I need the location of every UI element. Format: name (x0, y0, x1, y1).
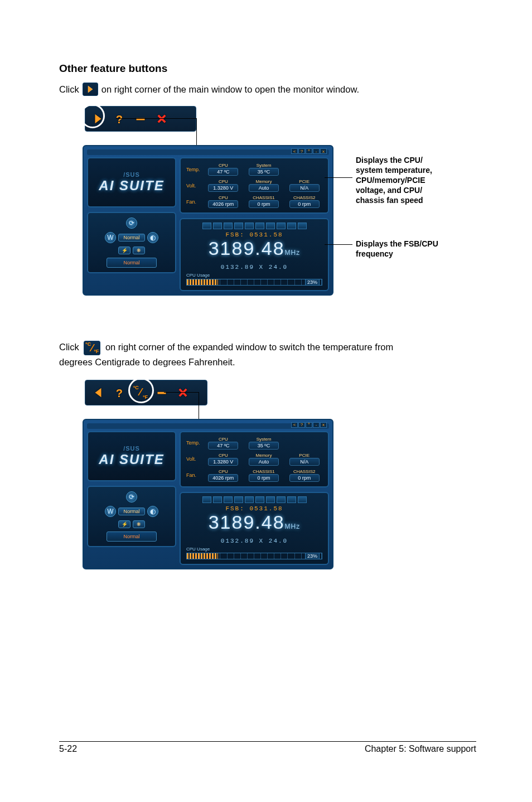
callout-text: voltage, and CPU/ (356, 186, 422, 195)
ai-suite-logo-text: AI SUITE (99, 178, 164, 194)
normal-button[interactable]: Normal (107, 532, 157, 542)
minimize-icon: - (313, 148, 320, 154)
ai-suite-window: < ? º - x /SUS AI SUITE ⟳ (83, 419, 333, 569)
usage-fill (187, 553, 218, 559)
chip-header: CHASSIS1 (253, 195, 275, 200)
row-label-temp: Temp. (186, 440, 201, 446)
logo-panel: /SUS AI SUITE (87, 157, 176, 207)
cpu-temp-value: 47 ºC (208, 168, 238, 176)
svg-marker-0 (88, 86, 93, 93)
mini-taskbar-1: ? (85, 106, 196, 132)
frequency-panel: FSB: 0531.58 3189.48MHz 0132.89 X 24.0 C… (180, 492, 329, 565)
row-label-fan: Fan. (186, 199, 201, 205)
dial-icon: ⟳ (126, 218, 137, 229)
freq-number: 3189.48 (209, 238, 285, 259)
document-page: Other feature buttons Click on right cor… (0, 0, 532, 802)
svg-text:?: ? (116, 113, 123, 124)
chip-header: System (257, 437, 272, 442)
cpu-frequency-value: 3189.48MHz (186, 512, 322, 537)
collapse-arrow-icon (90, 384, 107, 401)
leader-line (116, 118, 196, 119)
svg-text:?: ? (116, 387, 123, 398)
callout-text: Displays the CPU/ (356, 156, 423, 165)
cpu-usage-bar: 23% (186, 553, 322, 559)
leader-line (164, 392, 199, 393)
page-number: 5-22 (59, 744, 77, 754)
pcie-volt-value: N/A (289, 184, 320, 192)
callout-text: CPU/memory/PCIE (356, 176, 425, 185)
multiplier-value: 0132.89 X 24.0 (186, 264, 322, 270)
slash-icon: ⁄ (91, 341, 93, 355)
leader-line (325, 244, 352, 245)
bolt-icon: ⚡ (118, 247, 130, 254)
instr2-mid: on right corner of the expanded window t… (105, 342, 393, 352)
asus-logo-text: /SUS (123, 171, 140, 178)
ai-suite-window: < ? º - x /SUS AI SUITE ⟳ (83, 145, 333, 296)
instruction-2: Click ºC ⁄ ºF on right corner of the exp… (59, 340, 476, 369)
chapter-label: Chapter 5: Software support (365, 744, 476, 754)
mhz-unit: MHz (285, 523, 301, 530)
fahrenheit-glyph: ºF (143, 395, 148, 400)
sensor-panel: Temp. CPU47 ºC System35 ºC Volt. CPU1.32… (180, 431, 329, 487)
control-cluster: ⟳ W Normal ◐ ⚡ ❋ Normal (87, 486, 176, 547)
collapse-icon: < (291, 422, 298, 428)
sensor-panel: Temp. CPU47 ºC System35 ºC Volt. CPU1.32… (180, 157, 329, 214)
normal-button[interactable]: Normal (107, 258, 157, 268)
cpu-usage-label: CPU Usage (186, 273, 322, 278)
callout-text: system temperature, (356, 166, 432, 175)
temp-unit-icon: º (306, 422, 312, 428)
chassis1-fan-value: 0 rpm (249, 474, 279, 482)
help-icon: ? (111, 384, 128, 401)
celsius-glyph: ºC (85, 342, 91, 347)
temp-unit-toggle-icon: ºC ⁄ ºF (84, 341, 100, 355)
mini-taskbar-2: ? ºC ⁄ ºF (85, 380, 207, 405)
fan-icon: ❋ (133, 247, 145, 254)
asus-logo-text: /SUS (123, 445, 140, 452)
chip-header: CPU (219, 453, 228, 458)
mem-volt-value: Auto (249, 184, 279, 192)
dial-icon: ⟳ (126, 491, 137, 503)
logo-panel: /SUS AI SUITE (87, 431, 176, 481)
system-temp-value: 35 ºC (249, 442, 279, 450)
section-heading: Other feature buttons (59, 62, 476, 75)
chip-header: PCIE (299, 179, 309, 184)
help-icon: ? (298, 422, 305, 428)
chip-header: CHASSIS1 (253, 469, 275, 474)
callout-frequency: Displays the FSB/CPU frequency (356, 239, 438, 259)
control-cluster: ⟳ W Normal ◐ ⚡ ❋ Normal (87, 212, 176, 273)
close-icon: x (320, 148, 327, 154)
figure-2: ? ºC ⁄ ºF < ? º - x (79, 380, 476, 586)
fan-icon: ❋ (133, 520, 145, 528)
leader-line (325, 177, 352, 178)
ai-suite-logo-text: AI SUITE (99, 452, 164, 467)
chip-header: CPU (219, 469, 228, 474)
callout-text: chassis fan speed (356, 196, 423, 205)
minimize-icon (132, 110, 149, 127)
callout-sensors: Displays the CPU/ system temperature, CP… (356, 155, 432, 205)
window-mini-controls: < ? º - x (291, 422, 327, 428)
chip-header: CPU (219, 195, 228, 200)
expand-arrow-icon (90, 110, 107, 127)
help-icon: ? (298, 148, 305, 154)
cpu-frequency-value: 3189.48MHz (186, 238, 322, 263)
expand-arrow-icon (83, 83, 98, 96)
row-label-volt: Volt. (186, 183, 201, 189)
decorative-blocks (186, 496, 322, 503)
usage-fill (187, 279, 218, 285)
pcie-volt-value: N/A (289, 458, 320, 466)
usage-percent: 23% (305, 553, 320, 559)
row-label-volt: Volt. (186, 456, 201, 462)
chip-header: CHASSIS2 (293, 469, 316, 474)
celsius-glyph: ºC (133, 385, 139, 390)
figure-1: ? < ? º - x /SUS AI SU (79, 106, 476, 307)
mode-pill: Normal (118, 234, 145, 241)
cpu-temp-value: 47 ºC (208, 442, 238, 450)
svg-marker-1 (95, 114, 101, 124)
instr1-prefix: Click (59, 83, 79, 95)
gauge-icon: ◐ (147, 506, 158, 517)
freq-number: 3189.48 (209, 511, 285, 533)
cpu-usage-bar: 23% (186, 279, 322, 286)
chip-header: Memory (256, 179, 272, 184)
minimize-icon: - (313, 422, 320, 428)
instr2-prefix: Click (59, 342, 79, 352)
